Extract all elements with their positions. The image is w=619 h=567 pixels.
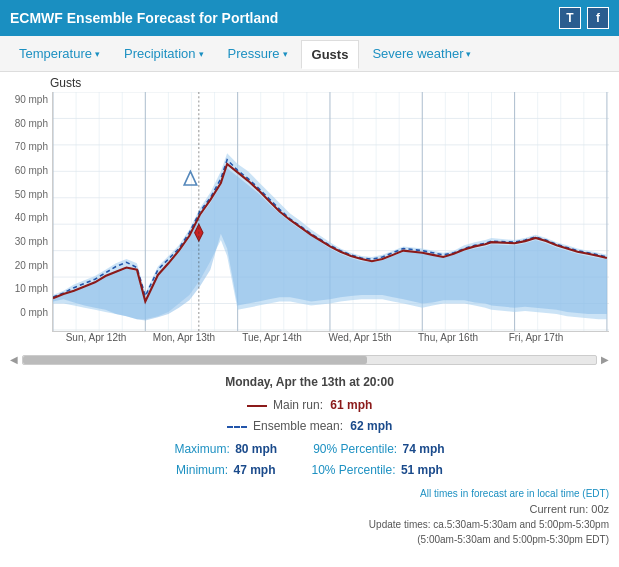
x-label-sun: Sun, Apr 12th [52,332,140,350]
chevron-down-icon: ▾ [199,49,204,59]
main-run-value: 61 mph [330,398,372,412]
svg-marker-38 [184,171,197,185]
chevron-down-icon: ▾ [283,49,288,59]
y-axis: 90 mph 80 mph 70 mph 60 mph 50 mph 40 mp… [10,92,52,332]
chart-svg [53,92,609,331]
info-title: Monday, Apr the 13th at 20:00 [0,373,619,392]
min-value: 47 mph [233,463,275,477]
nav-gusts[interactable]: Gusts [301,40,360,69]
chevron-down-icon: ▾ [95,49,100,59]
max-value: 80 mph [235,442,277,456]
ens-mean-label: Ensemble mean: [253,419,343,433]
twitter-icon[interactable]: T [559,7,581,29]
footer-timezone: All times in forecast are in local time … [10,486,609,501]
nav-precipitation[interactable]: Precipitation ▾ [113,39,215,68]
min-label: Minimum: [176,463,228,477]
scrollbar-area: ◀ ▶ [0,350,619,369]
pct90-label: 90% Percentile: [313,442,397,456]
stats-row-2: Minimum: 47 mph 10% Percentile: 51 mph [0,461,619,480]
scrollbar-thumb[interactable] [23,356,367,364]
pct10-value: 51 mph [401,463,443,477]
x-label-fri: Fri, Apr 17th [492,332,580,350]
legend-main-run-line [247,405,267,407]
page-title: ECMWF Ensemble Forecast for Portland [10,10,278,26]
scrollbar-track[interactable] [22,355,597,365]
max-label: Maximum: [174,442,229,456]
x-label-mon: Mon, Apr 13th [140,332,228,350]
nav-temperature[interactable]: Temperature ▾ [8,39,111,68]
x-axis: Sun, Apr 12th Mon, Apr 13th Tue, Apr 14t… [10,332,609,350]
chart-plot[interactable] [52,92,609,332]
scroll-left-arrow[interactable]: ◀ [10,354,18,365]
footer: All times in forecast are in local time … [0,482,619,552]
info-section: Monday, Apr the 13th at 20:00 Main run: … [0,369,619,482]
nav-pressure[interactable]: Pressure ▾ [217,39,299,68]
nav-severe-weather[interactable]: Severe weather ▾ [361,39,482,68]
chart-container: 90 mph 80 mph 70 mph 60 mph 50 mph 40 mp… [10,92,609,332]
scroll-right-arrow[interactable]: ▶ [601,354,609,365]
header: ECMWF Ensemble Forecast for Portland T f [0,0,619,36]
pct90-value: 74 mph [403,442,445,456]
chart-section: Gusts 90 mph 80 mph 70 mph 60 mph 50 mph… [0,72,619,350]
footer-current-run: Current run: 00z [10,501,609,518]
nav-bar: Temperature ▾ Precipitation ▾ Pressure ▾… [0,36,619,72]
x-label-thu: Thu, Apr 16th [404,332,492,350]
x-label-wed: Wed, Apr 15th [316,332,404,350]
footer-update-times: Update times: ca.5:30am-5:30am and 5:00p… [10,517,609,532]
ens-mean-value: 62 mph [350,419,392,433]
facebook-icon[interactable]: f [587,7,609,29]
x-label-tue: Tue, Apr 14th [228,332,316,350]
social-icons: T f [559,7,609,29]
footer-update-times2: (5:00am-5:30am and 5:00pm-5:30pm EDT) [10,532,609,547]
chevron-down-icon: ▾ [466,49,471,59]
chart-label: Gusts [10,76,609,90]
pct10-label: 10% Percentile: [311,463,395,477]
main-run-label: Main run: [273,398,323,412]
stats-row-1: Maximum: 80 mph 90% Percentile: 74 mph [0,440,619,459]
